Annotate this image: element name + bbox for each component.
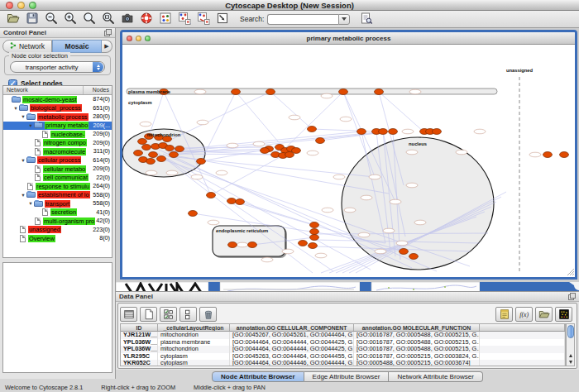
- close-button[interactable]: [6, 2, 13, 9]
- attribute-batch-button[interactable]: [495, 307, 513, 322]
- scroll-up-button[interactable]: [567, 352, 574, 359]
- tab-mosaic[interactable]: Mosaic: [52, 40, 102, 53]
- network-node[interactable]: [339, 89, 348, 95]
- network-node[interactable]: [175, 146, 184, 152]
- network-node[interactable]: [248, 242, 257, 248]
- expand-arrow-icon[interactable]: ▼: [20, 114, 26, 119]
- float-panel-icon[interactable]: [568, 293, 576, 300]
- network-node[interactable]: [197, 159, 206, 165]
- tree-row-biological-process[interactable]: ▼biological_process651(0): [3, 104, 112, 113]
- column-header[interactable]: annotation.GO CELLULAR_COMPONENT: [230, 324, 354, 331]
- network-node[interactable]: [146, 159, 156, 165]
- node-color-dropdown[interactable]: transporter activity: [10, 61, 105, 73]
- import-attributes-button[interactable]: [535, 307, 553, 322]
- network-close-button[interactable]: [127, 36, 132, 41]
- zoom-in-button[interactable]: [60, 10, 79, 26]
- unselect-all-checks-button[interactable]: [179, 307, 197, 322]
- tree-column-network[interactable]: Network: [3, 86, 84, 94]
- annotation-button[interactable]: [213, 10, 232, 26]
- network-node[interactable]: [308, 127, 317, 132]
- tree-row-multi-organism-pro[interactable]: multi-organism pro42(0): [3, 217, 112, 226]
- network-node[interactable]: [316, 138, 325, 144]
- tree-row-secretion[interactable]: secretion41(0): [3, 208, 112, 218]
- select-attributes-button[interactable]: [120, 307, 137, 322]
- expand-arrow-icon[interactable]: ▼: [20, 193, 26, 198]
- float-panel-icon[interactable]: [104, 29, 112, 36]
- network-node[interactable]: [157, 156, 166, 162]
- tab-network[interactable]: Network: [2, 40, 52, 53]
- network-node[interactable]: [228, 242, 237, 248]
- network-node[interactable]: [165, 146, 175, 151]
- tab-node-attribute-browser[interactable]: Node Attribute Browser: [212, 371, 304, 382]
- expand-arrow-icon[interactable]: ▼: [12, 106, 19, 111]
- table-row[interactable]: YPL036W__1mitochondrion[GO:0044464, GO:0…: [121, 346, 565, 353]
- network-node[interactable]: [149, 152, 158, 158]
- save-session-button[interactable]: [22, 10, 41, 26]
- network-node[interactable]: [560, 152, 569, 158]
- network-minimize-button[interactable]: [136, 36, 141, 41]
- network-view-window[interactable]: primary metabolic process plasma membran…: [120, 30, 577, 280]
- help-button[interactable]: [136, 10, 156, 26]
- scrollbar-thumb[interactable]: [567, 325, 574, 338]
- network-node[interactable]: [232, 89, 241, 95]
- network-node[interactable]: [134, 151, 143, 156]
- network-node[interactable]: [543, 152, 553, 158]
- tree-row-unassigned[interactable]: unassigned223(0): [3, 226, 112, 235]
- network-node[interactable]: [379, 129, 388, 135]
- network-node[interactable]: [170, 152, 179, 158]
- network-node[interactable]: [400, 249, 409, 255]
- network-node[interactable]: [207, 193, 216, 198]
- tree-row-nitrogen-compo[interactable]: nitrogen compo209(0): [3, 139, 112, 148]
- tree-row-metabolic-process[interactable]: ▼metabolic process280(0): [3, 112, 112, 122]
- expand-arrow-icon[interactable]: ▼: [27, 201, 34, 206]
- network-node[interactable]: [375, 89, 384, 95]
- tab-overflow-button[interactable]: ▶: [102, 40, 112, 53]
- table-row[interactable]: YKR052Ccytoplasm[GO:0044464, GO:0044446,…: [121, 360, 565, 366]
- create-attribute-button[interactable]: [140, 307, 157, 322]
- tree-row-cellular-metabo[interactable]: cellular metabo209(0): [3, 165, 112, 174]
- tree-row-macromolecule[interactable]: macromolecule311(0): [3, 147, 112, 156]
- vizmapper-button[interactable]: [156, 10, 175, 26]
- network-node[interactable]: [357, 129, 366, 135]
- tree-row-overview[interactable]: Overview8(0): [3, 234, 112, 243]
- network-maximize-button[interactable]: [145, 36, 151, 41]
- select-all-checks-button[interactable]: [160, 307, 177, 322]
- table-row[interactable]: YLR295Ccytoplasm[GO:0045263, GO:0044464,…: [121, 353, 565, 361]
- network-node[interactable]: [236, 199, 245, 205]
- network-node[interactable]: [310, 229, 319, 235]
- network-node[interactable]: [261, 148, 270, 154]
- tree-row-cell-communicat[interactable]: cell communicat22(0): [3, 174, 112, 183]
- search-dropdown-button[interactable]: [338, 14, 350, 25]
- column-header[interactable]: [480, 324, 565, 331]
- zoom-out-button[interactable]: [41, 10, 60, 26]
- tree-row-cellular-process[interactable]: ▼cellular process614(0): [3, 156, 112, 165]
- expand-arrow-icon[interactable]: ▼: [20, 158, 26, 163]
- tree-row-mosaic-demo-yeast[interactable]: mosaic-demo-yeast874(0): [3, 95, 112, 104]
- network-node[interactable]: [266, 89, 275, 95]
- network-node[interactable]: [409, 254, 419, 260]
- column-header[interactable]: annotation.GO MOLECULAR_FUNCTION: [354, 324, 480, 331]
- formula-builder-button[interactable]: f(x): [515, 307, 533, 322]
- network-node[interactable]: [227, 198, 237, 204]
- network-node[interactable]: [433, 129, 442, 135]
- maximize-button[interactable]: [29, 2, 36, 9]
- table-scrollbar[interactable]: [566, 323, 575, 366]
- resize-grip[interactable]: [567, 269, 574, 275]
- network-node[interactable]: [292, 148, 301, 154]
- layout-settings-button[interactable]: [175, 10, 194, 26]
- tree-row-primary-metabo[interactable]: ▼primary metabo209(...: [3, 122, 112, 131]
- tree-row-nucleobase-[interactable]: nucleobase-209(0): [3, 130, 112, 139]
- search-input[interactable]: [267, 14, 338, 25]
- table-row[interactable]: YPL036W__2plasma membrane[GO:0044464, GO…: [121, 339, 565, 347]
- network-node[interactable]: [142, 145, 151, 151]
- open-session-button[interactable]: [3, 10, 22, 26]
- network-node[interactable]: [389, 129, 398, 135]
- column-header[interactable]: _cellularLayoutRegion: [158, 324, 230, 331]
- attribute-matrix-button[interactable]: [555, 307, 572, 322]
- tab-edge-attribute-browser[interactable]: Edge Attribute Browser: [304, 371, 390, 382]
- scroll-down-button[interactable]: [567, 359, 574, 366]
- network-node[interactable]: [189, 211, 198, 217]
- zoom-selected-button[interactable]: [98, 10, 117, 26]
- delete-attribute-button[interactable]: [199, 307, 217, 322]
- network-node[interactable]: [310, 235, 319, 241]
